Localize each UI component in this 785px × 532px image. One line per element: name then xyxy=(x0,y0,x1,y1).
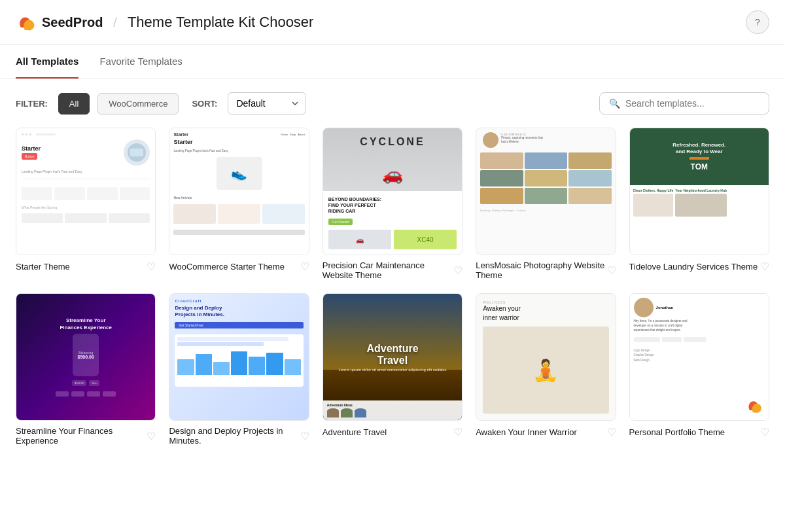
filter-all-button[interactable]: All xyxy=(58,93,90,115)
favorite-button-warrior[interactable]: ♡ xyxy=(607,426,616,438)
favorite-button-cloudcraft[interactable]: ♡ xyxy=(300,430,309,442)
svg-rect-1 xyxy=(130,149,143,156)
template-thumbnail-tidelove: Refreshed. Renewed.and Ready to Wear TOM… xyxy=(629,128,769,255)
filter-label: FILTER: xyxy=(16,99,48,109)
template-footer-tidelove: Tidelove Laundry Services Theme ♡ xyxy=(629,255,769,273)
search-box: 🔍 xyxy=(599,92,769,115)
page-title: Theme Template Kit Chooser xyxy=(128,14,314,31)
favorite-button-finance[interactable]: ♡ xyxy=(147,430,156,442)
templates-grid: Starter Button Landing Page Plugin that'… xyxy=(0,128,785,461)
help-button[interactable]: ? xyxy=(746,10,769,34)
tab-all-templates[interactable]: All Templates xyxy=(16,45,78,79)
tab-favorite-templates[interactable]: Favorite Templates xyxy=(99,45,182,79)
template-card-lens[interactable]: LensMosaic Fineart, capturing moments th… xyxy=(476,128,616,280)
template-footer-portfolio: Personal Portfolio Theme ♡ xyxy=(629,421,769,438)
template-footer-adventure: Adventure Travel ♡ xyxy=(323,421,462,438)
filter-woocommerce-button[interactable]: WooCommerce xyxy=(97,93,179,115)
template-thumbnail-cloudcraft: CloudCraft Design and DeployProjects in … xyxy=(169,293,309,421)
template-card-tidelove[interactable]: Refreshed. Renewed.and Ready to Wear TOM… xyxy=(629,128,769,280)
template-footer-warrior: Awaken Your Inner Warrior ♡ xyxy=(476,421,616,438)
template-footer-finance: Streamline Your Finances Experience ♡ xyxy=(16,421,156,446)
template-card-adventure[interactable]: AdventureTravel Lorem ipsum dolor sit am… xyxy=(323,293,462,446)
template-thumbnail-starter: Starter Button Landing Page Plugin that'… xyxy=(16,128,156,255)
template-name-lens: LensMosaic Photography Website Theme xyxy=(476,260,606,280)
toolbar: FILTER: All WooCommerce SORT: Default Ne… xyxy=(0,79,785,128)
template-name-cyclone: Precision Car Maintenance Website Theme xyxy=(323,260,453,280)
favorite-button-woo-starter[interactable]: ♡ xyxy=(300,260,309,273)
template-card-starter[interactable]: Starter Button Landing Page Plugin that'… xyxy=(16,128,156,280)
template-name-cloudcraft: Design and Deploy Projects in Minutes. xyxy=(169,426,300,446)
template-footer-woo-starter: WooCommerce Starter Theme ♡ xyxy=(169,255,309,273)
logo: SeedProd xyxy=(16,12,103,33)
template-thumbnail-portfolio: Jonathan Hey there, I'm a passionate des… xyxy=(629,293,769,421)
template-name-finance: Streamline Your Finances Experience xyxy=(16,426,147,446)
template-thumbnail-cyclone: 🚗 CYCLONE BEYOND BOUNDARIES:FIND YOUR PE… xyxy=(323,128,462,255)
favorite-button-lens[interactable]: ♡ xyxy=(607,264,616,277)
template-card-woo-starter[interactable]: Starter HomeShopAbout Starter Landing Pa… xyxy=(169,128,309,280)
search-input[interactable] xyxy=(625,98,759,109)
template-name-warrior: Awaken Your Inner Warrior xyxy=(476,427,577,437)
favorite-button-starter[interactable]: ♡ xyxy=(147,260,156,273)
template-thumbnail-warrior: Wellness Awaken yourinner warrior 🧘 xyxy=(476,293,616,421)
search-icon: 🔍 xyxy=(609,98,620,109)
template-name-starter: Starter Theme xyxy=(16,262,70,272)
header-left: SeedProd / Theme Template Kit Chooser xyxy=(16,12,313,33)
template-footer-cloudcraft: Design and Deploy Projects in Minutes. ♡ xyxy=(169,421,309,446)
template-thumbnail-lens: LensMosaic Fineart, capturing moments th… xyxy=(476,128,616,255)
template-card-cyclone[interactable]: 🚗 CYCLONE BEYOND BOUNDARIES:FIND YOUR PE… xyxy=(323,128,462,280)
template-card-cloudcraft[interactable]: CloudCraft Design and DeployProjects in … xyxy=(169,293,309,446)
template-name-tidelove: Tidelove Laundry Services Theme xyxy=(629,262,758,272)
logo-text: SeedProd xyxy=(42,15,103,30)
sort-label: SORT: xyxy=(192,99,217,109)
help-icon: ? xyxy=(755,17,760,27)
tabs-bar: All Templates Favorite Templates xyxy=(0,45,785,79)
sort-select[interactable]: Default Newest Popular xyxy=(228,92,306,115)
favorite-button-cyclone[interactable]: ♡ xyxy=(453,264,462,277)
template-thumbnail-finance: Streamline YourFinances Experience Balan… xyxy=(16,293,156,421)
template-card-finance[interactable]: Streamline YourFinances Experience Balan… xyxy=(16,293,156,446)
template-card-portfolio[interactable]: Jonathan Hey there, I'm a passionate des… xyxy=(629,293,769,446)
template-name-woo-starter: WooCommerce Starter Theme xyxy=(169,262,285,272)
template-footer-starter: Starter Theme ♡ xyxy=(16,255,156,273)
favorite-button-tidelove[interactable]: ♡ xyxy=(760,260,769,273)
header: SeedProd / Theme Template Kit Chooser ? xyxy=(0,0,785,45)
header-divider: / xyxy=(113,15,117,30)
template-card-warrior[interactable]: Wellness Awaken yourinner warrior 🧘 Awak… xyxy=(476,293,616,446)
template-thumbnail-woo-starter: Starter HomeShopAbout Starter Landing Pa… xyxy=(169,128,309,255)
template-name-portfolio: Personal Portfolio Theme xyxy=(629,427,725,437)
favorite-button-portfolio[interactable]: ♡ xyxy=(760,426,769,438)
favorite-button-adventure[interactable]: ♡ xyxy=(453,426,462,438)
template-name-adventure: Adventure Travel xyxy=(323,427,387,437)
seedprod-logo-icon xyxy=(16,12,37,33)
template-thumbnail-adventure: AdventureTravel Lorem ipsum dolor sit am… xyxy=(323,293,462,421)
template-footer-lens: LensMosaic Photography Website Theme ♡ xyxy=(476,255,616,280)
template-footer-cyclone: Precision Car Maintenance Website Theme … xyxy=(323,255,462,280)
